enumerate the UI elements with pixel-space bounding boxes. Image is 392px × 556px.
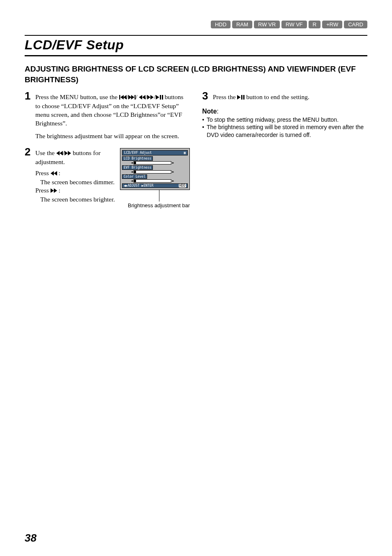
step-3-text-a: Press the bbox=[213, 93, 237, 100]
svg-marker-4 bbox=[131, 95, 134, 100]
step-2: 2 Use the / buttons for adjustment. Pres… bbox=[25, 146, 190, 209]
note-bullet-2: The brightness setting will be stored in… bbox=[207, 123, 367, 138]
svg-marker-17 bbox=[51, 171, 54, 176]
section-subtitle: ADJUSTING BRIGHTNESS OF LCD SCREEN (LCD … bbox=[25, 64, 367, 85]
step-3: 3 Press the button to end the setting. bbox=[202, 90, 367, 102]
badge-hdd: HDD bbox=[211, 21, 231, 28]
play-pause-icon bbox=[156, 93, 163, 102]
diagram-caption: Brightness adjustment bar bbox=[120, 202, 190, 209]
rewind-icon bbox=[56, 149, 63, 158]
svg-marker-21 bbox=[237, 95, 241, 100]
page-title: LCD/EVF Setup bbox=[25, 37, 367, 53]
step-1-number: 1 bbox=[25, 90, 32, 141]
svg-marker-13 bbox=[56, 151, 60, 155]
fast-forward-icon bbox=[147, 93, 154, 102]
svg-marker-9 bbox=[150, 95, 154, 100]
badge-ram: RAM bbox=[232, 21, 252, 28]
prev-track-icon bbox=[119, 93, 127, 102]
svg-rect-22 bbox=[241, 95, 242, 100]
svg-marker-7 bbox=[142, 95, 145, 100]
svg-marker-19 bbox=[51, 188, 54, 193]
svg-marker-2 bbox=[123, 95, 127, 100]
step-1-subtext: The brightness adjustment bar will appea… bbox=[35, 132, 190, 141]
fast-forward-icon bbox=[65, 149, 71, 158]
diagram-head: LCD/EVF Adjust bbox=[124, 151, 152, 155]
step-3-text-b: button to end the setting. bbox=[244, 93, 309, 100]
svg-rect-0 bbox=[119, 95, 120, 100]
step-2-number: 2 bbox=[25, 146, 32, 209]
svg-marker-6 bbox=[139, 95, 142, 100]
rewind-icon bbox=[51, 169, 57, 178]
step-2-press1-b: : bbox=[57, 169, 60, 176]
step-3-number: 3 bbox=[202, 90, 210, 102]
lcd-evf-diagram: LCD/EVF Adjust ▣ LCD Brightness ◀▶ EVF B… bbox=[120, 148, 190, 209]
svg-marker-3 bbox=[128, 95, 131, 100]
svg-marker-8 bbox=[147, 95, 150, 100]
step-2-press2-sub: The screen becomes brighter. bbox=[35, 195, 115, 204]
badge-card: CARD bbox=[344, 21, 367, 28]
badge-plusrw: +RW bbox=[322, 21, 342, 28]
step-2-press2-a: Press bbox=[35, 187, 51, 194]
badge-r: R bbox=[309, 21, 321, 28]
svg-marker-14 bbox=[60, 151, 63, 155]
diagram-foot-enter: ENTER bbox=[143, 184, 153, 188]
diagram-row2: EVF Brightness bbox=[122, 165, 153, 170]
note-list: To stop the setting midway, press the ME… bbox=[202, 116, 367, 139]
camera-icon: ▣ bbox=[184, 151, 186, 155]
badge-rwvf: RW VF bbox=[281, 21, 307, 28]
svg-marker-16 bbox=[68, 151, 71, 155]
next-track-icon bbox=[128, 93, 136, 102]
diagram-row3: Color Level bbox=[122, 174, 147, 179]
svg-marker-20 bbox=[54, 188, 57, 193]
step-2-press1-a: Press bbox=[35, 169, 51, 176]
rewind-icon bbox=[139, 93, 145, 102]
svg-marker-15 bbox=[65, 151, 68, 155]
media-badges: HDD RAM RW VR RW VF R +RW CARD bbox=[25, 21, 367, 28]
svg-rect-11 bbox=[160, 95, 161, 100]
step-1-text-a: Press the MENU button, use the bbox=[35, 93, 119, 100]
fast-forward-icon bbox=[51, 187, 57, 195]
svg-marker-1 bbox=[120, 95, 124, 100]
diagram-row1: LCD Brightness bbox=[122, 156, 153, 161]
rule-thin bbox=[25, 35, 367, 36]
step-2-text-a: Use the bbox=[35, 149, 56, 156]
svg-marker-10 bbox=[156, 95, 159, 100]
step-2-press1-sub: The screen becomes dimmer. bbox=[35, 178, 115, 187]
diagram-foot-adjust: ADJUST bbox=[128, 184, 140, 188]
step-2-press2-b: : bbox=[57, 187, 60, 194]
rule-thick bbox=[25, 55, 367, 56]
step-1: 1 Press the MENU button, use the // // b… bbox=[25, 90, 190, 141]
svg-marker-18 bbox=[54, 171, 57, 176]
diagram-foot-hdd: HDD bbox=[179, 184, 186, 188]
page-number: 38 bbox=[25, 532, 37, 544]
note-heading: Note: bbox=[202, 108, 367, 115]
play-pause-icon bbox=[237, 93, 244, 102]
note-bullet-1: To stop the setting midway, press the ME… bbox=[207, 116, 339, 123]
badge-rwvr: RW VR bbox=[254, 21, 280, 28]
svg-rect-5 bbox=[134, 95, 136, 100]
